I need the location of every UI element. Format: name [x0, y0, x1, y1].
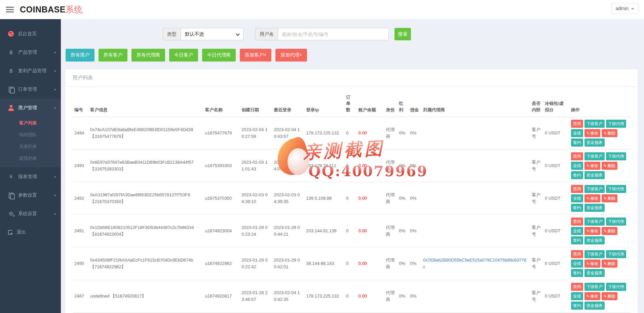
- col-header-last-login: 最近登录: [272, 87, 304, 117]
- action-disable-button[interactable]: 禁用: [571, 120, 583, 128]
- action-funds-report-button[interactable]: 资金报表: [584, 269, 605, 277]
- action-funds-report-button[interactable]: 资金报表: [584, 204, 605, 212]
- action-funds-report-button[interactable]: 资金报表: [584, 171, 605, 179]
- action-edit-button[interactable]: ✎修改: [584, 162, 600, 170]
- action-sign-button[interactable]: 签约: [571, 269, 583, 277]
- hamburger-menu-icon[interactable]: [5, 3, 15, 16]
- user-menu[interactable]: admin: [611, 3, 639, 14]
- agent-link[interactable]: 0x7EBeb2B80D55bC5eE515a079C10475b89c6377…: [423, 258, 526, 269]
- action-disable-button[interactable]: 禁用: [571, 152, 583, 160]
- action-edit-button[interactable]: ✎修改: [584, 227, 600, 235]
- action-delete-button[interactable]: ✎删除: [602, 260, 617, 268]
- action-sub-clients-button[interactable]: 下级客户: [584, 250, 605, 258]
- action-edit-button[interactable]: ✎修改: [584, 260, 600, 268]
- username-label: 用户名: [255, 28, 278, 40]
- sidebar-item-dashboard[interactable]: 后台首页: [0, 25, 61, 43]
- username-input[interactable]: [278, 28, 389, 40]
- table-row: 2491 0x1Db56E1608210512F16F3D53b44387c2c…: [72, 214, 631, 247]
- chevron-down-icon: [236, 32, 239, 36]
- sidebar-item-products[interactable]: ฿ 产品管理 ▸: [0, 43, 61, 62]
- table-row: 2494 0x74cA107dE8a8aBfeE498209B3fD01159e…: [72, 117, 631, 149]
- sidebar-item-users[interactable]: 用户管理 ▸: [0, 99, 61, 117]
- action-performance-button[interactable]: 业绩: [571, 129, 583, 137]
- action-delete-button[interactable]: ✎删除: [602, 227, 617, 235]
- bitcoin-icon: ฿: [8, 49, 14, 55]
- sidebar-item-orders[interactable]: 订单管理 ▸: [0, 80, 61, 99]
- col-header-agent: 归属代理商: [421, 87, 530, 117]
- sidebar-item-parameters[interactable]: 参数设置 ▸: [0, 186, 61, 204]
- params-icon: [8, 192, 14, 198]
- chevron-right-icon: ▸: [54, 69, 56, 73]
- logo-accent: 系统: [66, 5, 83, 14]
- action-sign-button[interactable]: 签约: [571, 139, 583, 147]
- action-edit-button[interactable]: ✎修改: [584, 292, 600, 300]
- action-delete-button[interactable]: ✎删除: [602, 292, 617, 300]
- row-actions: 禁用下级客户下级代理业绩✎修改✎删除签约资金报表: [571, 218, 629, 244]
- user-table: 编号 客户信息 客户名称 创建日期 最近登录 登录ip 订单数 账户余额 身份 …: [72, 87, 631, 313]
- action-delete-button[interactable]: ✎删除: [602, 194, 617, 202]
- logo-main: COINBASE: [20, 5, 66, 14]
- sidebar-subitem-client-list[interactable]: 客户列表: [0, 117, 61, 129]
- today-agents-button[interactable]: 今日代理商: [202, 49, 236, 62]
- search-button[interactable]: 搜索: [394, 28, 411, 40]
- action-sub-agents-button[interactable]: 下级代理: [606, 152, 626, 160]
- yen-icon: ¥: [8, 174, 14, 180]
- action-disable-button[interactable]: 禁用: [571, 250, 583, 258]
- action-sub-clients-button[interactable]: 下级客户: [584, 152, 605, 160]
- table-row: 2493 0x6E97d37647e63BaeB0411D69b03FcB213…: [72, 149, 631, 182]
- action-sub-agents-button[interactable]: 下级代理: [606, 218, 626, 226]
- action-sub-clients-button[interactable]: 下级客户: [584, 120, 605, 128]
- chevron-right-icon: ▸: [54, 50, 56, 54]
- action-delete-button[interactable]: ✎删除: [602, 129, 617, 137]
- action-delete-button[interactable]: ✎删除: [602, 162, 617, 170]
- action-sub-agents-button[interactable]: 下级代理: [606, 283, 626, 291]
- sidebar-item-system-settings[interactable]: ⚙⚙ 系统设置 ▸: [0, 204, 61, 223]
- sidebar-subitem-my-team[interactable]: 我的团队: [0, 129, 61, 141]
- main-content: 类型 默认不选 用户名 搜索 所有用户 所有客户 所有代理商 今日客户 今日代理…: [61, 19, 644, 313]
- action-performance-button[interactable]: 业绩: [571, 194, 583, 202]
- gear-icon: ⚙⚙: [8, 211, 14, 217]
- action-disable-button[interactable]: 禁用: [571, 218, 583, 226]
- action-disable-button[interactable]: 禁用: [571, 185, 583, 193]
- chevron-right-icon: ▸: [54, 211, 56, 216]
- action-funds-report-button[interactable]: 资金报表: [584, 302, 605, 310]
- action-performance-button[interactable]: 业绩: [571, 292, 583, 300]
- sidebar-item-arbitrage-products[interactable]: ฿ 套利产品管理 ▸: [0, 62, 61, 80]
- sidebar-item-logout[interactable]: 退出: [0, 223, 61, 241]
- all-agents-button[interactable]: 所有代理商: [131, 49, 165, 62]
- chevron-right-icon: ▸: [54, 87, 56, 91]
- add-client-button[interactable]: 添加客户+: [240, 49, 271, 62]
- all-clients-button[interactable]: 所有客户: [99, 49, 127, 62]
- action-sub-agents-button[interactable]: 下级代理: [606, 250, 626, 258]
- all-users-button[interactable]: 所有用户: [66, 49, 94, 62]
- action-performance-button[interactable]: 业绩: [571, 260, 583, 268]
- action-funds-report-button[interactable]: 资金报表: [584, 139, 605, 147]
- action-sub-agents-button[interactable]: 下级代理: [606, 120, 626, 128]
- action-sub-clients-button[interactable]: 下级客户: [584, 283, 605, 291]
- sidebar-subitem-withdraw-list[interactable]: 提现列表: [0, 152, 61, 164]
- action-sign-button[interactable]: 签约: [571, 204, 583, 212]
- action-sub-clients-button[interactable]: 下级客户: [584, 185, 605, 193]
- action-sign-button[interactable]: 签约: [571, 171, 583, 179]
- action-disable-button[interactable]: 禁用: [571, 283, 583, 291]
- action-edit-button[interactable]: ✎修改: [584, 129, 600, 137]
- action-funds-report-button[interactable]: 资金报表: [584, 236, 605, 244]
- action-performance-button[interactable]: 业绩: [571, 162, 583, 170]
- type-filter-group: 类型 默认不选: [163, 28, 243, 40]
- col-header-order-count: 订单数: [344, 87, 356, 117]
- action-sub-clients-button[interactable]: 下级客户: [584, 218, 605, 226]
- action-performance-button[interactable]: 业绩: [571, 227, 583, 235]
- action-sign-button[interactable]: 签约: [571, 236, 583, 244]
- action-sub-agents-button[interactable]: 下级代理: [606, 185, 626, 193]
- col-header-bonus: 红利: [397, 87, 408, 117]
- sidebar-subitem-deposit-list[interactable]: 充值列表: [0, 141, 61, 152]
- today-clients-button[interactable]: 今日客户: [169, 49, 198, 62]
- sidebar: 后台首页 ฿ 产品管理 ▸ ฿ 套利产品管理 ▸ 订单管理 ▸ 用户管理 ▸ 客…: [0, 19, 61, 313]
- add-agent-button[interactable]: 添加代理+: [275, 49, 307, 62]
- user-list-panel: 用户列表 编号 客户信息 客户名称 创建日期 最近登录 登录ip: [66, 69, 638, 313]
- col-header-client-name: 客户名称: [203, 87, 239, 117]
- action-edit-button[interactable]: ✎修改: [584, 194, 600, 202]
- type-select[interactable]: 默认不选: [181, 28, 243, 40]
- sidebar-item-reports[interactable]: ¥ 报表管理 ▸: [0, 167, 61, 186]
- action-sign-button[interactable]: 签约: [571, 302, 583, 310]
